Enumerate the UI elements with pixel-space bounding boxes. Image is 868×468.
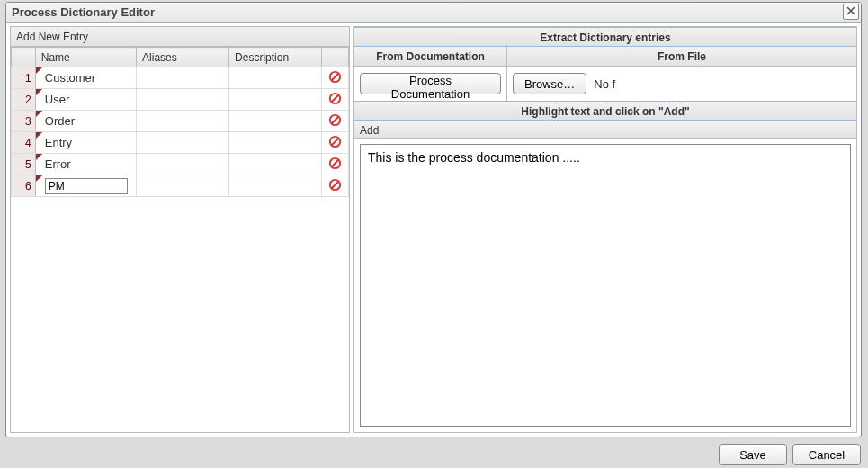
add-new-entry-link[interactable]: Add New Entry [11,27,349,47]
col-name[interactable]: Name [35,48,136,68]
row-number: 4 [12,132,36,154]
edited-corner-icon [36,132,42,139]
svg-line-1 [332,74,339,81]
description-cell[interactable] [229,89,322,111]
delete-icon[interactable] [328,112,343,127]
delete-icon[interactable] [328,69,343,84]
col-description[interactable]: Description [229,48,322,68]
delete-cell [322,89,349,111]
dictionary-table-wrap: Name Aliases Description 1Customer2User3… [11,47,349,432]
svg-line-11 [332,182,339,189]
name-text: Customer [45,71,95,85]
edited-corner-icon [36,154,42,160]
left-panel: Add New Entry Name Aliases Description 1… [10,26,350,433]
row-number: 6 [12,176,36,197]
right-panel: Extract Dictionary entries From Document… [353,26,857,433]
highlight-title: Highlight text and click on "Add" [354,101,856,121]
row-number: 1 [12,68,36,89]
table-row[interactable]: 1Customer [12,68,349,89]
edited-corner-icon [36,68,42,74]
dialog-close-button[interactable] [843,4,859,20]
add-label: Add [360,124,379,137]
description-cell[interactable] [229,68,322,89]
dialog-footer: Save Cancel [0,441,868,468]
edited-corner-icon [36,176,42,182]
table-row[interactable]: 3Order [12,111,349,132]
browse-status-text: No f [594,77,615,91]
delete-cell [322,154,349,176]
add-new-entry-label: Add New Entry [16,31,88,43]
table-row[interactable]: 5Error [12,154,349,176]
close-icon [846,2,855,22]
from-documentation-cell: Process Documentation [354,67,507,101]
name-cell[interactable]: Order [35,111,136,132]
from-file-cell: Browse… No f [507,67,856,101]
name-cell[interactable] [35,176,136,197]
extract-title: Extract Dictionary entries [354,27,856,47]
aliases-cell[interactable] [137,132,229,154]
extract-subheaders: From Documentation From File [354,47,856,67]
save-button[interactable]: Save [719,444,787,465]
table-header-row: Name Aliases Description [12,48,349,68]
dictionary-table: Name Aliases Description 1Customer2User3… [11,47,349,197]
description-cell[interactable] [229,111,322,132]
delete-icon[interactable] [328,91,343,105]
from-file-header: From File [507,47,856,67]
cancel-button[interactable]: Cancel [792,444,861,465]
name-text: Entry [45,136,72,149]
name-text: Error [45,158,71,171]
documentation-textarea[interactable] [360,144,851,427]
name-cell[interactable]: Entry [35,132,136,154]
svg-line-7 [332,139,339,146]
row-number: 5 [12,154,36,176]
delete-cell [322,111,349,132]
description-cell[interactable] [229,176,322,197]
aliases-cell[interactable] [137,176,229,197]
add-link[interactable]: Add [354,121,856,139]
name-cell[interactable]: User [35,89,136,111]
from-documentation-header: From Documentation [354,47,507,67]
table-row[interactable]: 4Entry [12,132,349,154]
process-documentation-button[interactable]: Process Documentation [360,73,501,94]
dialog-title-text: Process Dictionary Editor [12,5,155,19]
row-number: 2 [12,89,36,111]
dialog-titlebar: Process Dictionary Editor [6,3,861,22]
name-cell[interactable]: Customer [35,68,136,89]
col-rownum [12,48,36,68]
svg-line-3 [332,95,339,103]
row-number: 3 [12,111,36,132]
description-cell[interactable] [229,154,322,176]
description-cell[interactable] [229,132,322,154]
name-input[interactable] [45,178,128,194]
process-dictionary-editor-dialog: Process Dictionary Editor Add New Entry … [5,2,862,437]
svg-line-9 [332,160,339,167]
col-aliases[interactable]: Aliases [137,48,229,68]
name-text: User [45,93,69,106]
name-text: Order [45,114,75,128]
extract-body: Process Documentation Browse… No f [354,67,856,101]
delete-icon[interactable] [328,156,343,170]
name-cell[interactable]: Error [35,154,136,176]
dialog-body: Add New Entry Name Aliases Description 1… [10,26,857,433]
edited-corner-icon [36,111,42,117]
delete-cell [322,176,349,197]
browse-button[interactable]: Browse… [513,73,586,94]
documentation-area-wrap [354,139,856,432]
col-action [322,48,349,68]
svg-line-5 [332,117,339,124]
aliases-cell[interactable] [137,68,229,89]
table-row[interactable]: 2User [12,89,349,111]
delete-cell [322,132,349,154]
delete-cell [322,68,349,89]
delete-icon[interactable] [328,134,343,148]
table-row[interactable]: 6 [12,176,349,197]
aliases-cell[interactable] [137,154,229,176]
delete-icon[interactable] [328,177,343,192]
edited-corner-icon [36,89,42,95]
aliases-cell[interactable] [137,89,229,111]
aliases-cell[interactable] [137,111,229,132]
